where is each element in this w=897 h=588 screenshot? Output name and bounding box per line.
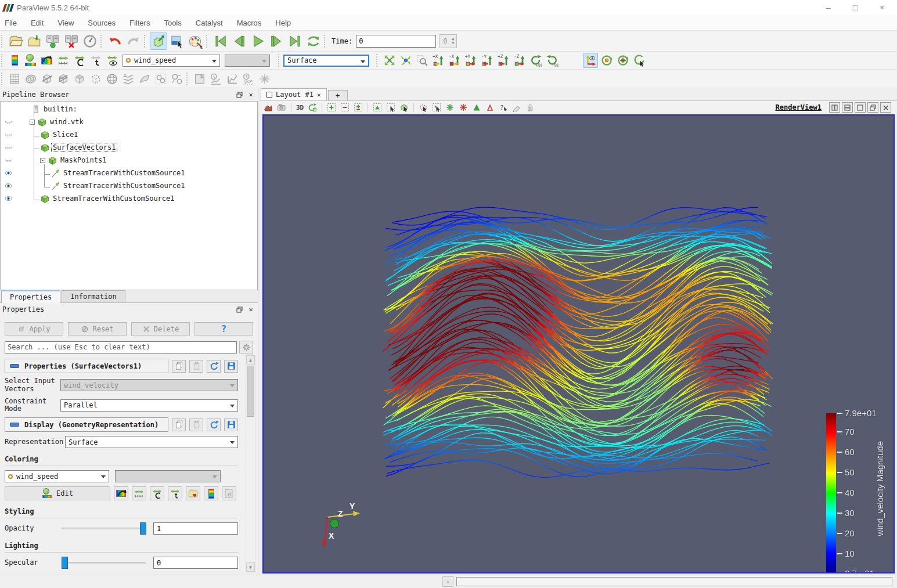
color-palette-button[interactable] [187, 33, 204, 50]
maximize-button[interactable]: □ [849, 3, 861, 12]
view-minus-z-button[interactable]: -Z [512, 53, 527, 68]
color-by-sphere-button[interactable] [23, 53, 38, 68]
maximize-view-button[interactable] [855, 102, 866, 113]
opacity-slider[interactable] [60, 522, 147, 535]
pipeline-item-6[interactable]: StreamTracerWithCustomSource1 [1, 179, 257, 192]
render-options-button[interactable] [168, 33, 186, 50]
pick-center-button[interactable] [632, 53, 647, 68]
help-button[interactable]: ? [194, 322, 253, 336]
menu-help[interactable]: Help [275, 19, 291, 27]
pipeline-close-button[interactable]: ✕ [246, 90, 255, 99]
menu-view[interactable]: View [57, 19, 74, 27]
eye-closed-icon[interactable] [1, 118, 16, 126]
properties-close-button[interactable]: ✕ [246, 305, 255, 314]
eye-open-icon[interactable] [1, 194, 16, 203]
copy-display-button[interactable] [172, 419, 186, 431]
properties-float-button[interactable] [235, 305, 244, 314]
tab-information[interactable]: Information [62, 290, 125, 302]
open-file-button[interactable] [7, 33, 24, 50]
eye-closed-icon[interactable] [1, 143, 16, 151]
rescale-range-button[interactable] [56, 53, 71, 68]
properties-scrollbar[interactable]: ▲ ▼ [246, 355, 255, 572]
choose-preset-icon[interactable] [186, 486, 200, 500]
view-minus-y-button[interactable]: -Y [480, 53, 495, 68]
view-minus-x-button[interactable]: -X [447, 53, 462, 68]
representation-combo[interactable]: Surface [65, 436, 238, 448]
vcr-play-button[interactable] [249, 33, 266, 50]
pipeline-item-4[interactable]: -MaskPoints1 [1, 154, 257, 167]
reset-view-direction-button[interactable] [307, 102, 318, 113]
rotate-plus-90-button[interactable]: +90 [528, 53, 543, 68]
copy-properties-button[interactable] [172, 360, 186, 373]
hover-cells-button[interactable] [444, 102, 456, 113]
rescale-temporal-range-icon[interactable] [168, 486, 182, 500]
choose-colormap-button[interactable] [7, 53, 22, 68]
save-data-button[interactable] [26, 33, 43, 50]
render-view[interactable]: 7.9e+01706050403020102.7e-01 wind_veloci… [262, 114, 895, 573]
minimize-button[interactable]: – [823, 3, 834, 12]
rescale-custom-range-icon[interactable] [150, 486, 164, 500]
select-polygon-cells-button[interactable] [372, 102, 383, 113]
disconnect-server-button[interactable] [63, 33, 80, 50]
time-input[interactable] [356, 35, 436, 48]
delete-selection-button[interactable] [524, 102, 536, 113]
save-display-defaults-button[interactable] [224, 419, 238, 431]
hover-points-button[interactable] [457, 102, 469, 113]
view-plus-z-button[interactable]: +Z [496, 53, 511, 68]
eye-open-icon[interactable] [1, 169, 16, 177]
undo-button[interactable] [106, 33, 124, 50]
vcr-prev-button[interactable] [230, 33, 248, 50]
edit-color-map-button[interactable]: Edit [5, 486, 110, 500]
pipeline-browser-tree[interactable]: builtin:-wind.vtkSlice1SurfaceVectors1-M… [0, 101, 258, 290]
menu-macros[interactable]: Macros [237, 19, 262, 27]
view-plus-y-button[interactable]: +Y [463, 53, 478, 68]
search-input[interactable] [5, 341, 237, 353]
zoom-to-data-button[interactable] [398, 53, 413, 68]
select-block-button[interactable] [398, 102, 410, 113]
eye-closed-icon[interactable] [1, 131, 16, 139]
view-plus-x-button[interactable]: +X [431, 53, 446, 68]
eye-open-icon[interactable] [1, 182, 16, 190]
opacity-input[interactable] [153, 522, 238, 535]
menu-file[interactable]: File [5, 19, 17, 27]
select-cells-rect-button[interactable] [326, 102, 337, 113]
interactive-select-points-button[interactable] [431, 102, 442, 113]
show-color-legend-icon[interactable] [204, 486, 218, 500]
opacity-slider-handle[interactable] [140, 522, 146, 535]
pipeline-item-3[interactable]: SurfaceVectors1 [1, 141, 257, 154]
menu-edit[interactable]: Edit [31, 19, 44, 27]
tab-properties[interactable]: Properties [1, 290, 60, 303]
select-frustum-button[interactable] [352, 102, 364, 113]
rescale-custom-range-button[interactable] [72, 53, 87, 68]
connect-server-button[interactable] [44, 33, 62, 50]
clear-selection-button[interactable] [511, 102, 523, 113]
menu-catalyst[interactable]: Catalyst [196, 19, 223, 27]
mode-3d-label[interactable]: 3D [294, 104, 305, 111]
color-array-combo[interactable]: wind_speed [123, 55, 220, 67]
vcr-loop-button[interactable] [305, 33, 322, 50]
pipeline-float-button[interactable] [235, 90, 244, 99]
reset-camera-button[interactable] [382, 53, 397, 68]
pipeline-item-5[interactable]: StreamTracerWithCustomSource1 [1, 167, 257, 179]
vcr-first-button[interactable] [212, 33, 229, 50]
pipeline-item-1[interactable]: -wind.vtk [1, 116, 257, 128]
color-legend-bar[interactable] [826, 413, 836, 573]
show-center-button[interactable] [599, 53, 614, 68]
specular-slider[interactable] [60, 557, 147, 569]
search-options-gear-icon[interactable] [239, 341, 253, 353]
edit-colormap-icon[interactable] [114, 486, 128, 500]
specular-input[interactable] [153, 557, 238, 569]
reset-center-button[interactable] [615, 53, 631, 68]
vcr-next-button[interactable] [268, 33, 285, 50]
close-layout-icon[interactable]: ✕ [317, 91, 321, 99]
split-horizontal-button[interactable] [829, 102, 840, 113]
query-selection-button[interactable]: ? [498, 102, 509, 113]
add-layout-tab[interactable]: + [328, 90, 348, 100]
restore-display-defaults-button[interactable] [207, 419, 221, 431]
representation-toolbar-combo[interactable]: Surface [283, 55, 369, 67]
menu-tools[interactable]: Tools [164, 19, 181, 27]
select-polygon-points-button[interactable] [385, 102, 397, 113]
toggle-axes-button[interactable] [583, 53, 598, 68]
expander-icon[interactable]: - [30, 120, 35, 125]
save-defaults-button[interactable] [224, 360, 238, 373]
